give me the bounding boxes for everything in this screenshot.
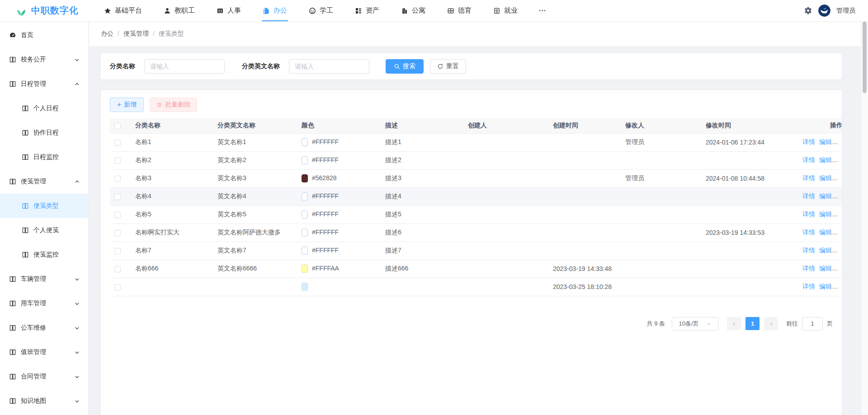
cell-actions: 详情编辑删除 xyxy=(794,224,842,242)
nav-tab-9[interactable]: 就业 xyxy=(482,0,528,21)
sidebar-item-个人日程[interactable]: 个人日程 xyxy=(0,96,88,121)
user-avatar[interactable] xyxy=(818,5,830,17)
edit-link[interactable]: 编辑 xyxy=(819,156,832,163)
sidebar-item-合同管理[interactable]: 合同管理 xyxy=(0,364,88,389)
detail-link[interactable]: 详情 xyxy=(802,247,815,254)
sidebar-item-车辆管理[interactable]: 车辆管理 xyxy=(0,267,88,291)
row-checkbox[interactable] xyxy=(114,194,121,200)
cell-creator xyxy=(463,151,548,169)
breadcrumb-item-1[interactable]: 办公 xyxy=(101,30,113,38)
sidebar-item-便笺类型[interactable]: 便笺类型 xyxy=(0,194,88,218)
add-button[interactable]: + 新增 xyxy=(110,98,144,112)
edit-link[interactable]: 编辑 xyxy=(819,210,832,218)
batch-delete-button[interactable]: 批量删除 xyxy=(150,98,197,112)
sidebar-item-公车维修[interactable]: 公车维修 xyxy=(0,316,88,340)
page-size-select[interactable]: 10条/页 xyxy=(672,317,718,331)
row-checkbox[interactable] xyxy=(114,212,121,218)
sidebar-item-label: 便笺监控 xyxy=(33,251,59,259)
edit-link[interactable]: 编辑 xyxy=(819,138,832,145)
nav-tab-label: 基础平台 xyxy=(115,6,142,15)
cell-en-name: 英文名称3 xyxy=(213,169,297,187)
search-button[interactable]: 搜索 xyxy=(386,59,424,74)
prev-page-button[interactable] xyxy=(727,317,741,330)
sidebar-item-知识地图[interactable]: 知识地图 xyxy=(0,389,88,413)
next-page-button[interactable] xyxy=(764,317,778,330)
nav-tab-3[interactable]: 人事 xyxy=(206,0,252,21)
detail-link[interactable]: 详情 xyxy=(802,138,815,145)
color-swatch xyxy=(302,228,308,237)
color-swatch xyxy=(302,174,308,182)
detail-link[interactable]: 详情 xyxy=(802,228,815,236)
select-all-checkbox[interactable] xyxy=(114,123,121,129)
cell-modified-time xyxy=(701,260,794,278)
cell-color: #FFFFFF xyxy=(297,187,381,205)
sidebar-item-协作日程[interactable]: 协作日程 xyxy=(0,121,88,145)
nav-tab-1[interactable]: 基础平台 xyxy=(93,0,153,21)
sidebar-item-便笺管理[interactable]: 便笺管理 xyxy=(0,169,88,194)
sidebar-item-日程管理[interactable]: 日程管理 xyxy=(0,72,88,96)
current-user-name[interactable]: 管理员 xyxy=(836,7,855,15)
row-checkbox[interactable] xyxy=(114,230,121,236)
current-page-button[interactable]: 1 xyxy=(745,317,760,330)
detail-link[interactable]: 详情 xyxy=(802,156,815,163)
scrollbar-thumb[interactable] xyxy=(863,22,867,93)
row-checkbox[interactable] xyxy=(114,140,121,146)
detail-link[interactable]: 详情 xyxy=(802,210,815,218)
trash-icon xyxy=(156,102,162,108)
edit-link[interactable]: 编辑 xyxy=(819,283,832,290)
teacher-icon xyxy=(164,7,171,14)
sidebar-item-校务公开[interactable]: 校务公开 xyxy=(0,47,88,72)
detail-link[interactable]: 详情 xyxy=(802,283,815,290)
sidebar-item-日程监控[interactable]: 日程监控 xyxy=(0,145,88,169)
batch-delete-button-label: 批量删除 xyxy=(165,101,190,109)
color-hex-value: #FFFFFF xyxy=(312,210,339,218)
row-checkbox[interactable] xyxy=(114,158,121,164)
settings-gear-icon[interactable] xyxy=(804,6,812,15)
row-checkbox[interactable] xyxy=(114,248,121,254)
detail-link[interactable]: 详情 xyxy=(802,174,815,182)
edit-link[interactable]: 编辑 xyxy=(819,265,832,272)
edit-link[interactable]: 编辑 xyxy=(819,247,832,254)
nav-tab-5[interactable]: 学工 xyxy=(298,0,344,21)
breadcrumb-item-2[interactable]: 便笺管理 xyxy=(123,30,149,38)
filter-name-input[interactable] xyxy=(144,59,225,74)
sidebar-item-便笺监控[interactable]: 便笺监控 xyxy=(0,242,88,267)
nav-more-button[interactable] xyxy=(528,7,556,14)
filter-en-name-input[interactable] xyxy=(289,59,369,74)
nav-tab-6[interactable]: 资产 xyxy=(344,0,390,21)
nav-tab-4[interactable]: 办公 xyxy=(252,0,298,21)
sidebar-item-用车管理[interactable]: 用车管理 xyxy=(0,291,88,316)
column-header-8: 修改时间 xyxy=(701,118,794,133)
goto-page-input[interactable] xyxy=(802,317,823,331)
chevron-left-icon xyxy=(731,321,737,326)
cell-description xyxy=(381,278,463,296)
nav-tab-2[interactable]: 教职工 xyxy=(153,0,206,21)
app-logo[interactable]: 中职数字化 xyxy=(0,5,80,17)
breadcrumb-separator: / xyxy=(153,30,155,37)
detail-link[interactable]: 详情 xyxy=(802,192,815,200)
sidebar-item-首页[interactable]: 首页 xyxy=(0,23,88,47)
window-scrollbar[interactable] xyxy=(861,21,868,415)
edit-link[interactable]: 编辑 xyxy=(819,174,832,182)
sidebar-item-值班管理[interactable]: 值班管理 xyxy=(0,340,88,364)
sidebar-item-label: 合同管理 xyxy=(21,373,46,381)
more-dots-icon xyxy=(538,7,546,14)
row-checkbox[interactable] xyxy=(114,284,121,290)
nav-tab-7[interactable]: 公寓 xyxy=(390,0,436,21)
sidebar-item-label: 车辆管理 xyxy=(21,275,46,283)
nav-tab-8[interactable]: 德育 xyxy=(436,0,482,21)
table-row-9: 2023-03-25 18:10:28详情编辑删除 xyxy=(110,278,842,296)
reset-button[interactable]: 重置 xyxy=(430,59,466,74)
cell-description: 描述6 xyxy=(381,224,463,242)
row-checkbox[interactable] xyxy=(114,176,121,182)
chevron-down-icon xyxy=(74,325,80,331)
row-checkbox[interactable] xyxy=(114,266,121,272)
color-swatch xyxy=(302,283,308,291)
cell-actions: 详情编辑删除 xyxy=(794,205,842,224)
detail-link[interactable]: 详情 xyxy=(802,265,815,272)
edit-link[interactable]: 编辑 xyxy=(819,228,832,236)
pagination: 共 9 条 10条/页 1 xyxy=(110,317,833,331)
cell-en-name: 英文名称7 xyxy=(213,242,297,260)
sidebar-item-个人便笺[interactable]: 个人便笺 xyxy=(0,218,88,242)
edit-link[interactable]: 编辑 xyxy=(819,192,832,200)
